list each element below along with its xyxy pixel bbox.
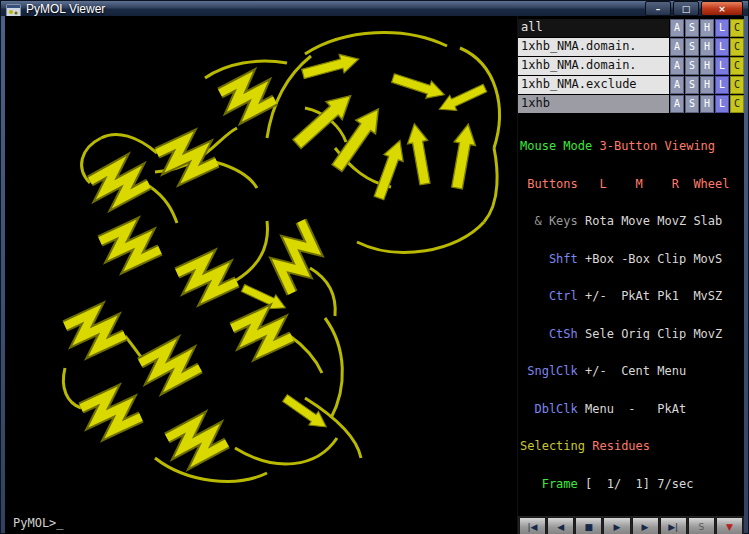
show-button[interactable]: S bbox=[685, 38, 699, 56]
row-label: SnglClk bbox=[520, 365, 578, 378]
scene-button[interactable]: S bbox=[688, 517, 715, 534]
action-button[interactable]: A bbox=[670, 19, 684, 37]
app-icon bbox=[6, 2, 21, 15]
label-button[interactable]: L bbox=[715, 19, 729, 37]
row-value: +/- PkAt Pk1 MvSZ bbox=[578, 290, 723, 303]
hide-button[interactable]: H bbox=[700, 95, 714, 113]
mouse-row-ctrl: Ctrl +/- PkAt Pk1 MvSZ bbox=[520, 290, 742, 303]
row-value: Rota Move MovZ Slab bbox=[578, 215, 723, 228]
frame-label: Frame bbox=[520, 478, 585, 491]
label-button[interactable]: L bbox=[715, 38, 729, 56]
color-button[interactable]: C bbox=[730, 95, 744, 113]
playback-controls: |◀ ◀ ■ ▶ ▶ ▶| S ▼ bbox=[518, 516, 744, 534]
object-row: 1xhb_NMA.exclude A S H L C bbox=[518, 76, 744, 94]
action-button[interactable]: A bbox=[670, 76, 684, 94]
object-row-all: all A S H L C bbox=[518, 19, 744, 37]
selecting-label: Selecting bbox=[520, 440, 592, 453]
show-button[interactable]: S bbox=[685, 57, 699, 75]
color-button[interactable]: C bbox=[730, 19, 744, 37]
titlebar[interactable]: PyMOL Viewer – □ × bbox=[1, 1, 748, 16]
object-name[interactable]: all bbox=[518, 19, 669, 37]
play-button[interactable]: ▶ bbox=[603, 517, 630, 534]
minimize-button[interactable]: – bbox=[645, 1, 671, 16]
mouse-row-snglclk: SnglClk +/- Cent Menu bbox=[520, 365, 742, 378]
step-forward-button[interactable]: ▶ bbox=[632, 517, 659, 534]
object-name[interactable]: 1xhb_NMA.domain. bbox=[518, 38, 669, 56]
row-value: Menu - PkAt bbox=[578, 403, 686, 416]
row-value: +/- Cent Menu bbox=[578, 365, 686, 378]
viewport[interactable]: PyMOL>_ bbox=[5, 16, 517, 534]
window-title: PyMOL Viewer bbox=[26, 2, 640, 16]
mouse-mode-line: Mouse Mode 3-Button Viewing bbox=[520, 140, 742, 153]
action-button[interactable]: A bbox=[670, 57, 684, 75]
rewind-button[interactable]: |◀ bbox=[519, 517, 546, 534]
maximize-button[interactable]: □ bbox=[673, 1, 699, 16]
mouse-row-keys: & Keys Rota Move MovZ Slab bbox=[520, 215, 742, 228]
row-value: +Box -Box Clip MovS bbox=[578, 253, 723, 266]
beta-sheets bbox=[240, 50, 489, 434]
hide-button[interactable]: H bbox=[700, 38, 714, 56]
step-back-button[interactable]: ◀ bbox=[547, 517, 574, 534]
protein-cartoon bbox=[5, 16, 517, 521]
mouse-mode-label: Mouse Mode bbox=[520, 140, 592, 153]
label-button[interactable]: L bbox=[715, 57, 729, 75]
row-label: Shft bbox=[520, 253, 578, 266]
frame-value: [ 1/ 1] 7/sec bbox=[585, 478, 693, 491]
action-button[interactable]: A bbox=[670, 95, 684, 113]
mouse-row-ctsh: CtSh Sele Orig Clip MovZ bbox=[520, 328, 742, 341]
object-row-selected: 1xhb A S H L C bbox=[518, 95, 744, 113]
show-button[interactable]: S bbox=[685, 19, 699, 37]
object-row: 1xhb_NMA.domain. A S H L C bbox=[518, 57, 744, 75]
object-row: 1xhb_NMA.domain. A S H L C bbox=[518, 38, 744, 56]
mouse-buttons-header: Buttons L M R Wheel bbox=[520, 178, 742, 191]
stop-button[interactable]: ■ bbox=[575, 517, 602, 534]
row-label: CtSh bbox=[520, 328, 578, 341]
buttons-label: Buttons bbox=[520, 178, 578, 191]
selecting-mode: Residues bbox=[592, 440, 650, 453]
frame-line: Frame [ 1/ 1] 7/sec bbox=[520, 478, 742, 491]
hide-button[interactable]: H bbox=[700, 76, 714, 94]
label-button[interactable]: L bbox=[715, 95, 729, 113]
pymol-window: PyMOL Viewer – □ × bbox=[0, 0, 749, 534]
action-button[interactable]: A bbox=[670, 38, 684, 56]
object-name[interactable]: 1xhb bbox=[518, 95, 669, 113]
fullscreen-button[interactable]: ▼ bbox=[716, 517, 743, 534]
show-button[interactable]: S bbox=[685, 76, 699, 94]
row-label: DblClk bbox=[520, 403, 578, 416]
row-value: Sele Orig Clip MovZ bbox=[578, 328, 723, 341]
object-name[interactable]: 1xhb_NMA.domain. bbox=[518, 57, 669, 75]
buttons-columns: L M R Wheel bbox=[578, 178, 730, 191]
mouse-row-dblclk: DblClk Menu - PkAt bbox=[520, 403, 742, 416]
end-button[interactable]: ▶| bbox=[660, 517, 687, 534]
window-controls: – □ × bbox=[645, 1, 743, 16]
mouse-panel: Mouse Mode 3-Button Viewing Buttons L M … bbox=[518, 114, 744, 516]
selecting-line[interactable]: Selecting Residues bbox=[520, 440, 742, 453]
hide-button[interactable]: H bbox=[700, 57, 714, 75]
mouse-row-shift: Shft +Box -Box Clip MovS bbox=[520, 253, 742, 266]
color-button[interactable]: C bbox=[730, 57, 744, 75]
object-panel: all A S H L C 1xhb_NMA.domain. A S H L C… bbox=[518, 19, 744, 114]
command-prompt[interactable]: PyMOL>_ bbox=[13, 516, 64, 530]
sidebar: all A S H L C 1xhb_NMA.domain. A S H L C… bbox=[517, 16, 744, 534]
color-button[interactable]: C bbox=[730, 76, 744, 94]
show-button[interactable]: S bbox=[685, 95, 699, 113]
row-label: Ctrl bbox=[520, 290, 578, 303]
close-button[interactable]: × bbox=[701, 1, 743, 16]
window-content: PyMOL>_ all A S H L C 1xhb_NMA.domain. A… bbox=[5, 16, 744, 534]
object-name[interactable]: 1xhb_NMA.exclude bbox=[518, 76, 669, 94]
mouse-mode-value: 3-Button Viewing bbox=[592, 140, 715, 153]
color-button[interactable]: C bbox=[730, 38, 744, 56]
label-button[interactable]: L bbox=[715, 76, 729, 94]
hide-button[interactable]: H bbox=[700, 19, 714, 37]
row-label: & Keys bbox=[520, 215, 578, 228]
